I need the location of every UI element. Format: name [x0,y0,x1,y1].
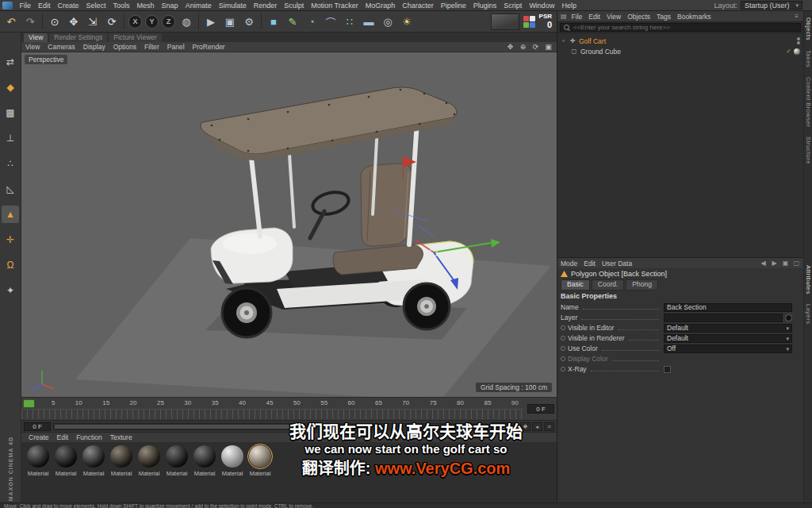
forward-arrow-icon[interactable]: ▶ [770,260,779,267]
side-tab-structure[interactable]: Structure [805,132,812,169]
keyframe-dot[interactable] [561,367,565,371]
quick-toggle-icon-2[interactable] [530,16,535,21]
keyframe-dot[interactable] [561,325,565,330]
add-cube-icon[interactable]: ■ [265,13,282,30]
viewport-menu-display[interactable]: Display [79,43,109,51]
menubar-item-script[interactable]: Script [500,2,526,10]
panel-menu-icon[interactable]: ≡ [792,13,801,20]
object-search-input[interactable]: <<Enter your search string here>> [560,23,801,32]
material-thumbnail[interactable] [110,445,132,468]
attr-menu-mode[interactable]: Mode [557,260,580,267]
attr-menu-user-data[interactable]: User Data [599,260,635,267]
undo-icon[interactable]: ↶ [2,13,20,30]
material-item-5[interactable]: Material [137,445,161,477]
timeline-scrollbar[interactable] [53,423,488,430]
end-frame-field[interactable]: 90 F [491,422,518,431]
menubar-item-motion-tracker[interactable]: Motion Tracker [308,2,362,10]
x-axis-lock-button[interactable]: X [128,15,142,29]
camera-icon[interactable]: ◎ [379,13,396,30]
current-frame-field[interactable]: 0 F [527,404,554,414]
menubar-item-animate[interactable]: Animate [182,2,215,10]
attr-checkbox-x-ray[interactable] [664,366,671,373]
attr-menu-edit[interactable]: Edit [580,260,599,267]
edges-mode-icon[interactable]: ◺ [2,180,19,198]
material-thumbnail[interactable] [55,445,77,468]
enable-axis-icon[interactable]: ✛ [2,231,19,248]
menubar-item-help[interactable]: Help [558,2,580,10]
start-frame-field[interactable]: 0 F [24,422,51,431]
object-menu-view[interactable]: View [603,13,624,21]
pan-view-icon[interactable]: ✥ [505,43,515,51]
mograph-icon[interactable]: ∷ [341,13,358,30]
coordinate-system-icon[interactable]: ◍ [178,13,195,30]
timeline-ruler[interactable]: 051015202530354045505560657075808590 0 F [21,397,557,420]
material-item-4[interactable]: Material [109,445,133,477]
viewport-menu-cameras[interactable]: Cameras [44,43,79,51]
material-thumbnail[interactable] [249,445,271,468]
model-mode-icon[interactable]: ◆ [2,79,19,96]
material-item-8[interactable]: Material [220,445,244,477]
side-tab-objects[interactable]: Objects [805,13,812,45]
object-tree[interactable]: +✛Golf Cart◻Ground Cube✓ [557,33,803,257]
layer-browser-button[interactable] [785,314,792,321]
autokey-button[interactable]: ● [532,422,542,431]
layout-select[interactable]: Startup (User) ▾ [741,1,802,10]
timeline-ticks[interactable] [21,409,523,419]
steering-wheel[interactable] [311,189,351,217]
viewport-menu-panel[interactable]: Panel [163,43,189,51]
material-menu-texture[interactable]: Texture [106,433,136,441]
menubar-item-mograph[interactable]: MoGraph [362,2,399,10]
object-menu-objects[interactable]: Objects [624,13,653,21]
subdivision-surface-icon[interactable]: ◔ [303,13,320,30]
render-preview-thumbnail[interactable] [491,13,519,30]
menubar-item-plugins[interactable]: Plugins [469,2,500,10]
workplane-mode-icon[interactable]: ⊥ [2,129,19,147]
object-menu-edit[interactable]: Edit [585,13,603,21]
texture-mode-icon[interactable]: ▩ [2,104,19,121]
y-axis-lock-button[interactable]: Y [145,15,159,29]
material-thumbnail[interactable] [221,445,243,468]
copy-panel-icon[interactable]: ▣ [781,260,790,267]
menubar-item-character[interactable]: Character [399,2,438,10]
menubar-item-render[interactable]: Render [250,2,281,10]
object-menu-bookmarks[interactable]: Bookmarks [674,13,714,21]
material-thumbnail[interactable] [138,445,160,468]
attr-tab-coord[interactable]: Coord. [592,279,625,290]
live-selection-icon[interactable]: ⊙ [46,13,63,30]
viewport-tab-view[interactable]: View [24,33,48,42]
material-item-9[interactable]: Material [248,445,272,477]
keyframe-dot[interactable] [561,356,565,361]
tree-item-ground-cube[interactable]: ◻Ground Cube✓ [557,46,803,56]
move-tool-icon[interactable]: ✥ [65,13,82,30]
object-menu-file[interactable]: File [569,13,586,21]
side-tab-attributes[interactable]: Attributes [805,260,812,299]
menubar-item-file[interactable]: File [16,2,35,10]
material-thumbnail[interactable] [166,445,188,468]
keyframe-dot[interactable] [561,346,565,351]
viewport-view-label[interactable]: Perspective [25,55,67,64]
visibility-renderer-dot[interactable] [797,41,800,44]
material-thumbnail[interactable] [82,445,105,468]
expander-icon[interactable]: + [561,38,566,44]
material-menu-edit[interactable]: Edit [53,433,73,441]
quick-toggle-icon-4[interactable] [530,22,535,28]
gizmo-x-arrowhead[interactable] [491,239,500,248]
quick-toggle-icon-1[interactable] [523,16,529,21]
render-view-icon[interactable]: ▶ [202,13,220,30]
front-near-wheel[interactable] [222,288,271,337]
material-menu-function[interactable]: Function [72,433,106,441]
menubar-item-select[interactable]: Select [82,2,109,10]
back-arrow-icon[interactable]: ◀ [759,260,768,267]
z-axis-lock-button[interactable]: Z [162,15,175,29]
render-picture-viewer-icon[interactable]: ▣ [221,13,239,30]
attr-select-visible-in-editor[interactable]: Default▾ [664,324,792,333]
phong-tag-icon[interactable] [794,48,800,55]
menubar-item-edit[interactable]: Edit [35,2,55,10]
material-menu-create[interactable]: Create [25,433,53,441]
attr-input-layer[interactable] [664,314,783,322]
redo-icon[interactable]: ↷ [21,13,39,30]
timeline-scrollbar-handle[interactable] [55,425,293,429]
menubar-item-mesh[interactable]: Mesh [133,2,158,10]
polygons-mode-icon[interactable]: ▲ [2,206,19,223]
tree-item-golf-cart[interactable]: +✛Golf Cart [557,36,803,46]
